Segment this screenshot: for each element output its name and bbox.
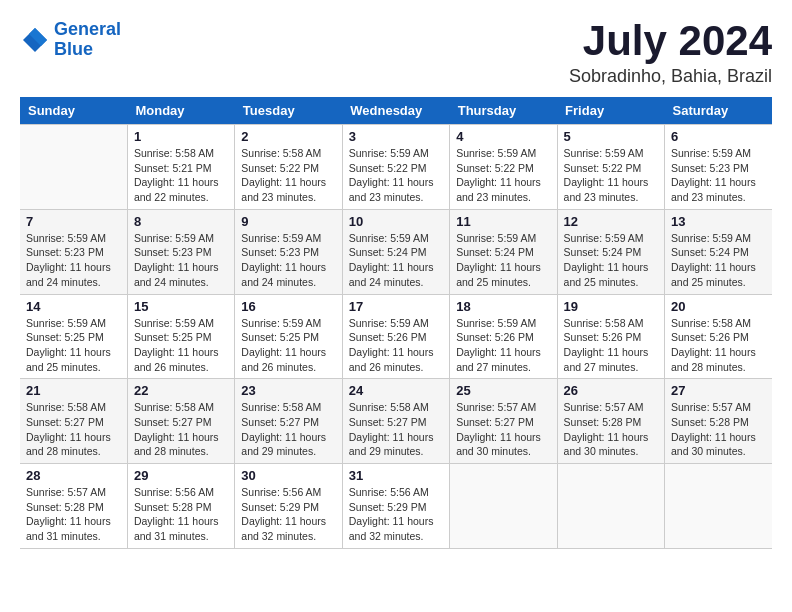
day-number: 18 — [456, 299, 550, 314]
day-info: Sunrise: 5:56 AM Sunset: 5:29 PM Dayligh… — [349, 485, 443, 544]
day-info: Sunrise: 5:58 AM Sunset: 5:26 PM Dayligh… — [671, 316, 766, 375]
day-cell: 26Sunrise: 5:57 AM Sunset: 5:28 PM Dayli… — [557, 379, 664, 464]
header-friday: Friday — [557, 97, 664, 125]
day-cell: 9Sunrise: 5:59 AM Sunset: 5:23 PM Daylig… — [235, 209, 342, 294]
day-cell: 4Sunrise: 5:59 AM Sunset: 5:22 PM Daylig… — [450, 125, 557, 210]
day-number: 7 — [26, 214, 121, 229]
day-cell: 29Sunrise: 5:56 AM Sunset: 5:28 PM Dayli… — [127, 464, 234, 549]
day-number: 24 — [349, 383, 443, 398]
day-info: Sunrise: 5:59 AM Sunset: 5:24 PM Dayligh… — [456, 231, 550, 290]
day-cell — [20, 125, 127, 210]
day-cell: 13Sunrise: 5:59 AM Sunset: 5:24 PM Dayli… — [665, 209, 772, 294]
day-cell: 6Sunrise: 5:59 AM Sunset: 5:23 PM Daylig… — [665, 125, 772, 210]
day-cell: 25Sunrise: 5:57 AM Sunset: 5:27 PM Dayli… — [450, 379, 557, 464]
day-number: 22 — [134, 383, 228, 398]
week-row-4: 28Sunrise: 5:57 AM Sunset: 5:28 PM Dayli… — [20, 464, 772, 549]
day-number: 27 — [671, 383, 766, 398]
header-monday: Monday — [127, 97, 234, 125]
day-info: Sunrise: 5:58 AM Sunset: 5:27 PM Dayligh… — [26, 400, 121, 459]
day-cell — [557, 464, 664, 549]
day-cell: 11Sunrise: 5:59 AM Sunset: 5:24 PM Dayli… — [450, 209, 557, 294]
day-number: 16 — [241, 299, 335, 314]
day-info: Sunrise: 5:59 AM Sunset: 5:22 PM Dayligh… — [564, 146, 658, 205]
day-cell: 3Sunrise: 5:59 AM Sunset: 5:22 PM Daylig… — [342, 125, 449, 210]
day-info: Sunrise: 5:59 AM Sunset: 5:24 PM Dayligh… — [564, 231, 658, 290]
day-cell: 27Sunrise: 5:57 AM Sunset: 5:28 PM Dayli… — [665, 379, 772, 464]
day-info: Sunrise: 5:56 AM Sunset: 5:28 PM Dayligh… — [134, 485, 228, 544]
day-cell: 21Sunrise: 5:58 AM Sunset: 5:27 PM Dayli… — [20, 379, 127, 464]
day-number: 15 — [134, 299, 228, 314]
day-info: Sunrise: 5:58 AM Sunset: 5:27 PM Dayligh… — [241, 400, 335, 459]
day-cell: 23Sunrise: 5:58 AM Sunset: 5:27 PM Dayli… — [235, 379, 342, 464]
day-cell: 14Sunrise: 5:59 AM Sunset: 5:25 PM Dayli… — [20, 294, 127, 379]
subtitle: Sobradinho, Bahia, Brazil — [569, 66, 772, 87]
day-number: 9 — [241, 214, 335, 229]
day-info: Sunrise: 5:57 AM Sunset: 5:27 PM Dayligh… — [456, 400, 550, 459]
day-info: Sunrise: 5:59 AM Sunset: 5:22 PM Dayligh… — [456, 146, 550, 205]
day-number: 29 — [134, 468, 228, 483]
main-title: July 2024 — [569, 20, 772, 62]
day-cell: 22Sunrise: 5:58 AM Sunset: 5:27 PM Dayli… — [127, 379, 234, 464]
day-info: Sunrise: 5:57 AM Sunset: 5:28 PM Dayligh… — [26, 485, 121, 544]
week-row-1: 7Sunrise: 5:59 AM Sunset: 5:23 PM Daylig… — [20, 209, 772, 294]
day-info: Sunrise: 5:59 AM Sunset: 5:26 PM Dayligh… — [349, 316, 443, 375]
day-info: Sunrise: 5:59 AM Sunset: 5:26 PM Dayligh… — [456, 316, 550, 375]
calendar-header: SundayMondayTuesdayWednesdayThursdayFrid… — [20, 97, 772, 125]
day-cell: 15Sunrise: 5:59 AM Sunset: 5:25 PM Dayli… — [127, 294, 234, 379]
day-number: 19 — [564, 299, 658, 314]
week-row-2: 14Sunrise: 5:59 AM Sunset: 5:25 PM Dayli… — [20, 294, 772, 379]
day-info: Sunrise: 5:58 AM Sunset: 5:27 PM Dayligh… — [349, 400, 443, 459]
day-number: 28 — [26, 468, 121, 483]
day-info: Sunrise: 5:59 AM Sunset: 5:25 PM Dayligh… — [26, 316, 121, 375]
logo-icon — [20, 25, 50, 55]
day-number: 12 — [564, 214, 658, 229]
calendar-body: 1Sunrise: 5:58 AM Sunset: 5:21 PM Daylig… — [20, 125, 772, 549]
day-cell: 12Sunrise: 5:59 AM Sunset: 5:24 PM Dayli… — [557, 209, 664, 294]
day-cell — [665, 464, 772, 549]
day-cell: 17Sunrise: 5:59 AM Sunset: 5:26 PM Dayli… — [342, 294, 449, 379]
day-info: Sunrise: 5:57 AM Sunset: 5:28 PM Dayligh… — [564, 400, 658, 459]
day-info: Sunrise: 5:56 AM Sunset: 5:29 PM Dayligh… — [241, 485, 335, 544]
header-sunday: Sunday — [20, 97, 127, 125]
day-info: Sunrise: 5:59 AM Sunset: 5:23 PM Dayligh… — [671, 146, 766, 205]
header-saturday: Saturday — [665, 97, 772, 125]
day-info: Sunrise: 5:59 AM Sunset: 5:25 PM Dayligh… — [134, 316, 228, 375]
day-number: 21 — [26, 383, 121, 398]
day-cell: 19Sunrise: 5:58 AM Sunset: 5:26 PM Dayli… — [557, 294, 664, 379]
header-row: SundayMondayTuesdayWednesdayThursdayFrid… — [20, 97, 772, 125]
day-cell: 16Sunrise: 5:59 AM Sunset: 5:25 PM Dayli… — [235, 294, 342, 379]
day-number: 1 — [134, 129, 228, 144]
day-number: 14 — [26, 299, 121, 314]
day-number: 23 — [241, 383, 335, 398]
day-info: Sunrise: 5:59 AM Sunset: 5:23 PM Dayligh… — [241, 231, 335, 290]
day-cell: 7Sunrise: 5:59 AM Sunset: 5:23 PM Daylig… — [20, 209, 127, 294]
day-number: 31 — [349, 468, 443, 483]
logo: General Blue — [20, 20, 121, 60]
day-number: 11 — [456, 214, 550, 229]
day-cell: 2Sunrise: 5:58 AM Sunset: 5:22 PM Daylig… — [235, 125, 342, 210]
day-cell: 8Sunrise: 5:59 AM Sunset: 5:23 PM Daylig… — [127, 209, 234, 294]
logo-text: General Blue — [54, 20, 121, 60]
day-cell: 31Sunrise: 5:56 AM Sunset: 5:29 PM Dayli… — [342, 464, 449, 549]
day-cell: 24Sunrise: 5:58 AM Sunset: 5:27 PM Dayli… — [342, 379, 449, 464]
day-info: Sunrise: 5:59 AM Sunset: 5:23 PM Dayligh… — [26, 231, 121, 290]
week-row-3: 21Sunrise: 5:58 AM Sunset: 5:27 PM Dayli… — [20, 379, 772, 464]
day-info: Sunrise: 5:58 AM Sunset: 5:26 PM Dayligh… — [564, 316, 658, 375]
day-cell: 10Sunrise: 5:59 AM Sunset: 5:24 PM Dayli… — [342, 209, 449, 294]
day-number: 17 — [349, 299, 443, 314]
day-info: Sunrise: 5:59 AM Sunset: 5:24 PM Dayligh… — [671, 231, 766, 290]
header-wednesday: Wednesday — [342, 97, 449, 125]
day-cell: 1Sunrise: 5:58 AM Sunset: 5:21 PM Daylig… — [127, 125, 234, 210]
day-number: 8 — [134, 214, 228, 229]
day-number: 4 — [456, 129, 550, 144]
page-header: General Blue July 2024 Sobradinho, Bahia… — [20, 20, 772, 87]
day-number: 26 — [564, 383, 658, 398]
day-number: 13 — [671, 214, 766, 229]
header-thursday: Thursday — [450, 97, 557, 125]
day-number: 20 — [671, 299, 766, 314]
day-info: Sunrise: 5:59 AM Sunset: 5:22 PM Dayligh… — [349, 146, 443, 205]
day-info: Sunrise: 5:58 AM Sunset: 5:27 PM Dayligh… — [134, 400, 228, 459]
day-number: 2 — [241, 129, 335, 144]
day-number: 5 — [564, 129, 658, 144]
day-info: Sunrise: 5:58 AM Sunset: 5:22 PM Dayligh… — [241, 146, 335, 205]
